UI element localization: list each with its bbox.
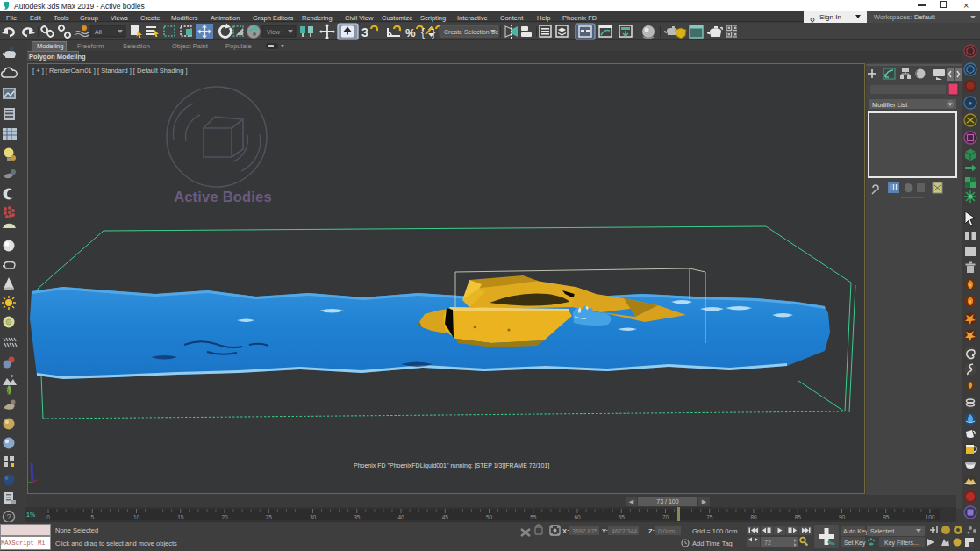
svg-text:View: View [267, 29, 281, 35]
svg-text:15: 15 [177, 514, 184, 520]
svg-text:0.0cm: 0.0cm [658, 528, 675, 534]
svg-text:3: 3 [361, 25, 368, 39]
svg-text:Set Key: Set Key [844, 540, 866, 547]
svg-text:Y:: Y: [602, 527, 608, 535]
svg-text:Create Selection Se: Create Selection Se [444, 29, 498, 35]
svg-text:4622.344: 4622.344 [612, 528, 637, 534]
svg-text:90: 90 [839, 514, 846, 520]
svg-text:95: 95 [883, 514, 890, 520]
svg-text:45: 45 [442, 514, 449, 520]
svg-text:85: 85 [795, 514, 802, 520]
svg-text:Modifier List: Modifier List [872, 101, 908, 109]
svg-text:25: 25 [266, 514, 273, 520]
svg-text:3697.875: 3697.875 [572, 528, 597, 534]
svg-text:65: 65 [619, 514, 626, 520]
svg-text:Selected: Selected [870, 528, 894, 534]
svg-text:X:: X: [562, 527, 569, 535]
svg-text:Add Time Tag: Add Time Tag [692, 540, 733, 547]
svg-text:70: 70 [662, 514, 669, 520]
svg-text:%: % [405, 26, 416, 39]
svg-text:0: 0 [46, 514, 50, 520]
svg-text:All: All [95, 29, 102, 35]
svg-text:Grid = 100.0cm: Grid = 100.0cm [692, 527, 737, 535]
svg-text:80: 80 [750, 514, 757, 520]
svg-text:55: 55 [530, 514, 537, 520]
svg-text:5: 5 [90, 514, 94, 520]
svg-text:20: 20 [221, 514, 228, 520]
svg-text:●: ● [969, 99, 973, 107]
svg-text:100: 100 [926, 514, 935, 520]
svg-text:75: 75 [706, 514, 713, 520]
svg-text:30: 30 [310, 514, 317, 520]
svg-text:Key Filters...: Key Filters... [884, 540, 919, 547]
svg-text:Active Bodies: Active Bodies [174, 189, 272, 204]
svg-text:50: 50 [486, 514, 493, 520]
svg-text:72: 72 [764, 540, 771, 546]
svg-text:Auto Key: Auto Key [843, 528, 869, 535]
svg-text:40: 40 [397, 514, 404, 520]
svg-text:{: { [421, 26, 425, 39]
svg-text:1%: 1% [26, 512, 36, 518]
svg-text:10: 10 [133, 514, 140, 520]
svg-text:35: 35 [354, 514, 361, 520]
svg-text:Z:: Z: [648, 527, 655, 535]
svg-text:60: 60 [574, 514, 581, 520]
